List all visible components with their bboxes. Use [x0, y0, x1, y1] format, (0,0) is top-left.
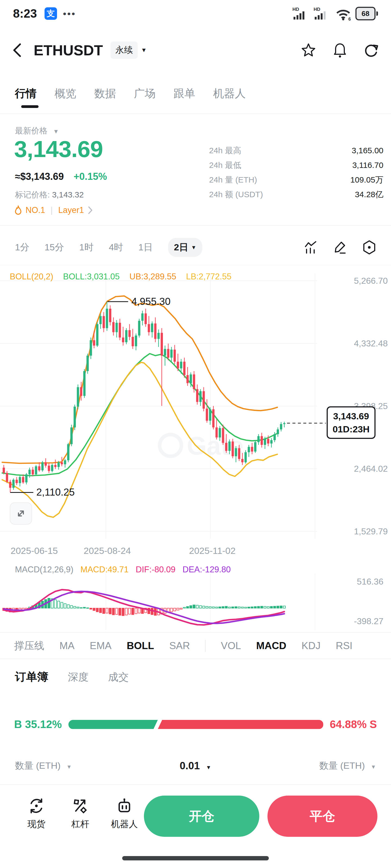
- spot-exchange-icon: [28, 798, 45, 814]
- close-position-button[interactable]: 平仓: [268, 796, 378, 837]
- margin-label: 杠杆: [61, 818, 100, 830]
- page-title-symbol: ETHUSDT: [34, 42, 103, 59]
- indicator-rsi[interactable]: RSI: [336, 640, 353, 652]
- indicator-group-divider: [205, 640, 205, 652]
- mark-price-row: 标记价格: 3,143.32: [15, 189, 84, 200]
- stat-row-low: 24h 最低3,116.70: [209, 158, 383, 173]
- draw-pencil-icon[interactable]: [333, 241, 347, 254]
- tab-square[interactable]: 广场: [134, 86, 156, 101]
- trading-app-screen: 8:23 支 ••• HD HD 6 68: [0, 0, 391, 868]
- rank-label: NO.1: [26, 205, 45, 215]
- battery-icon: 68: [356, 7, 378, 20]
- header: ETHUSDT 永续 ▼: [0, 27, 391, 73]
- tf-1d[interactable]: 1日: [138, 241, 153, 254]
- current-price: 3,143.69: [328, 410, 374, 423]
- open-position-button[interactable]: 开仓: [144, 796, 259, 837]
- tab-orderbook[interactable]: 订单簿: [15, 670, 48, 684]
- sector-label: Layer1: [58, 205, 84, 215]
- tick-size-select[interactable]: 0.01 ▼: [0, 760, 391, 772]
- svg-text:4,955.30: 4,955.30: [132, 296, 170, 307]
- alert-bell-icon[interactable]: [333, 42, 347, 58]
- price-dropdown-caret[interactable]: ▼: [53, 128, 59, 135]
- svg-text:2025-11-02: 2025-11-02: [189, 546, 235, 556]
- stat-row-volume: 24h 量 (ETH)109.05万: [209, 173, 383, 187]
- boll-lb-value: LB:2,772.55: [186, 272, 231, 282]
- tab-bots[interactable]: 机器人: [213, 86, 246, 101]
- boll-params: BOLL(20,2): [10, 272, 53, 282]
- macd-panel[interactable]: MACD(12,26,9) MACD:49.71 DIF:-80.09 DEA:…: [0, 561, 391, 632]
- active-tab-underline: [21, 105, 38, 108]
- boll-mid-value: BOLL:3,031.05: [63, 272, 120, 282]
- svg-text:HD: HD: [292, 7, 299, 12]
- indicator-macd[interactable]: MACD: [256, 640, 286, 652]
- last-price-value: 3,143.69: [14, 135, 103, 162]
- spot-shortcut[interactable]: 现货: [18, 798, 55, 830]
- usd-price-row: ≈$3,143.69 +0.15%: [15, 171, 107, 182]
- stat-row-turnover: 24h 额 (USDT)34.28亿: [209, 187, 383, 202]
- tf-4h[interactable]: 4时: [109, 241, 123, 254]
- stats-24h: 24h 最高3,165.00 24h 最低3,116.70 24h 量 (ETH…: [209, 143, 383, 202]
- svg-text:6: 6: [348, 17, 351, 21]
- divider: [0, 784, 391, 785]
- tf-15m[interactable]: 15分: [45, 241, 64, 254]
- boll-legend: BOLL(20,2) BOLL:3,031.05 UB:3,289.55 LB:…: [10, 272, 231, 282]
- last-price-label[interactable]: 最新价格 ▼: [15, 125, 59, 136]
- buy-ratio-bar: [68, 720, 158, 729]
- indicator-supportline[interactable]: 撑压线: [14, 639, 44, 653]
- svg-text:5,266.70: 5,266.70: [354, 276, 388, 286]
- indicator-kdj[interactable]: KDJ: [302, 640, 321, 652]
- bot-shortcut[interactable]: 机器人: [105, 798, 143, 830]
- tab-quotes[interactable]: 行情: [15, 86, 37, 101]
- fullscreen-expand-button[interactable]: [10, 502, 32, 525]
- buy-ratio-label: B 35.12%: [14, 718, 62, 731]
- rank-row[interactable]: NO.1 | Layer1: [14, 205, 93, 215]
- divider: [0, 659, 391, 659]
- candlestick-chart[interactable]: Gate5,266.704,332.483,398.252,464.021,52…: [0, 266, 391, 561]
- tf-1m[interactable]: 1分: [15, 241, 29, 254]
- sell-ratio-label: 64.88% S: [330, 718, 377, 731]
- refresh-share-icon[interactable]: [364, 42, 379, 58]
- svg-text:HD: HD: [314, 7, 320, 12]
- indicator-ma[interactable]: MA: [59, 640, 75, 652]
- favorite-star-icon[interactable]: [301, 42, 316, 58]
- back-icon[interactable]: [12, 42, 23, 58]
- indicator-boll[interactable]: BOLL: [127, 640, 154, 652]
- tab-data[interactable]: 数据: [94, 86, 116, 101]
- ratio-bar: [68, 720, 324, 729]
- usd-price: ≈$3,143.69: [15, 171, 64, 182]
- alipay-icon: 支: [45, 7, 57, 20]
- home-indicator[interactable]: [122, 856, 269, 860]
- svg-text:4,332.48: 4,332.48: [354, 339, 388, 348]
- battery-level: 68: [362, 9, 369, 18]
- chevron-right-icon: [87, 206, 93, 215]
- tf-1h[interactable]: 1时: [79, 241, 94, 254]
- tab-trades[interactable]: 成交: [108, 670, 129, 684]
- margin-shortcut[interactable]: 杠杆: [61, 798, 100, 830]
- contract-type-badge[interactable]: 永续: [111, 41, 138, 59]
- svg-text:2025-06-15: 2025-06-15: [10, 546, 58, 556]
- change-percent: +0.15%: [74, 171, 107, 182]
- current-price-tag: 3,143.69 01D:23H: [327, 406, 375, 439]
- macd-chart-canvas: [0, 561, 391, 632]
- svg-text:2,110.25: 2,110.25: [36, 487, 75, 498]
- cellular-signal-2-icon: HD: [314, 6, 331, 21]
- divider: [0, 225, 391, 226]
- expand-arrows-icon: [15, 507, 27, 520]
- status-bar: 8:23 支 ••• HD HD 6 68: [0, 0, 391, 27]
- orderbook-tabs: 订单簿 深度 成交: [15, 670, 129, 684]
- tf-active-2d[interactable]: 2日▼: [168, 238, 202, 257]
- contract-dropdown-caret[interactable]: ▼: [141, 46, 147, 54]
- quantity-row: 数量 (ETH) ▼ 0.01 ▼ 数量 (ETH) ▼: [0, 756, 391, 775]
- indicator-vol[interactable]: VOL: [221, 640, 241, 652]
- boll-ub-value: UB:3,289.55: [130, 272, 176, 282]
- tab-overview[interactable]: 概览: [55, 86, 76, 101]
- indicator-chart-icon[interactable]: [304, 241, 317, 254]
- chart-settings-icon[interactable]: [362, 240, 376, 255]
- sell-ratio-bar: [158, 720, 323, 729]
- indicator-ema[interactable]: EMA: [90, 640, 112, 652]
- tab-copy-trading[interactable]: 跟单: [173, 86, 195, 101]
- wifi-icon: 6: [335, 6, 352, 21]
- tab-depth[interactable]: 深度: [68, 670, 88, 684]
- indicator-sar[interactable]: SAR: [169, 640, 190, 652]
- bot-label: 机器人: [105, 818, 143, 830]
